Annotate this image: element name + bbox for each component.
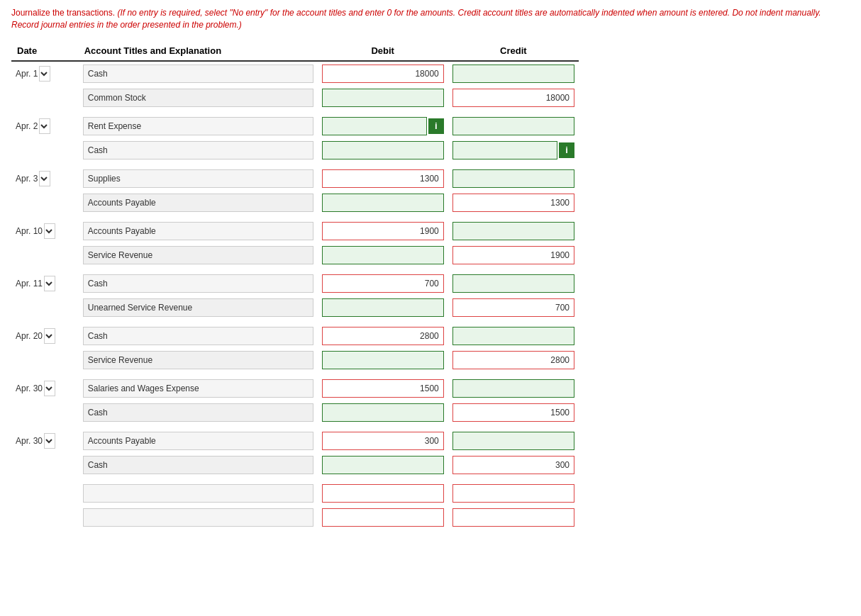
credit-input[interactable] xyxy=(452,169,574,188)
credit-info-button[interactable]: i xyxy=(559,142,574,158)
credit-input[interactable] xyxy=(452,298,574,317)
account-input[interactable] xyxy=(83,379,313,398)
credit-input[interactable] xyxy=(452,141,557,159)
table-row xyxy=(11,401,579,425)
account-input[interactable] xyxy=(83,403,313,422)
credit-input[interactable] xyxy=(452,274,574,293)
instructions-prefix: Journalize the transactions. xyxy=(11,8,115,18)
account-input[interactable] xyxy=(83,456,313,474)
account-cell xyxy=(79,243,318,267)
table-row: Apr. 2▼i xyxy=(11,114,579,138)
date-cell xyxy=(11,296,79,320)
credit-input[interactable] xyxy=(452,222,574,240)
date-cell: Apr. 10▼ xyxy=(11,219,79,243)
date-label: Apr. 30 xyxy=(16,383,43,393)
debit-input[interactable] xyxy=(322,484,444,503)
date-cell xyxy=(11,348,79,372)
header-credit: Credit xyxy=(448,41,579,61)
date-dropdown[interactable]: ▼ xyxy=(44,328,55,344)
debit-input[interactable] xyxy=(322,117,427,135)
credit-input[interactable] xyxy=(452,65,574,83)
credit-cell xyxy=(448,271,579,296)
credit-input[interactable] xyxy=(452,432,574,450)
credit-input[interactable] xyxy=(452,379,574,398)
table-row: Apr. 3▼ xyxy=(11,167,579,191)
credit-cell xyxy=(448,348,579,372)
account-input[interactable] xyxy=(83,246,313,264)
account-input[interactable] xyxy=(83,194,313,212)
debit-cell xyxy=(318,243,448,267)
date-dropdown[interactable]: ▼ xyxy=(39,171,50,186)
account-input[interactable] xyxy=(83,351,313,369)
date-label: Apr. 11 xyxy=(16,279,43,289)
credit-input[interactable] xyxy=(452,246,574,264)
date-dropdown[interactable]: ▼ xyxy=(44,223,55,239)
credit-input[interactable] xyxy=(452,351,574,369)
account-input[interactable] xyxy=(83,327,313,345)
debit-input[interactable] xyxy=(322,274,444,293)
debit-cell xyxy=(318,429,448,453)
debit-info-button[interactable]: i xyxy=(428,118,444,134)
account-input[interactable] xyxy=(83,432,313,450)
debit-input[interactable] xyxy=(322,141,444,159)
account-cell xyxy=(79,324,318,348)
account-input[interactable] xyxy=(83,274,313,293)
account-input[interactable] xyxy=(83,169,313,188)
credit-input[interactable] xyxy=(452,403,574,422)
account-cell xyxy=(79,296,318,320)
account-input[interactable] xyxy=(83,141,313,159)
header-account: Account Titles and Explanation xyxy=(79,41,318,61)
date-cell xyxy=(11,138,79,162)
debit-cell xyxy=(318,61,448,86)
account-cell xyxy=(79,86,318,110)
debit-input[interactable] xyxy=(322,327,444,345)
date-dropdown[interactable]: ▼ xyxy=(44,381,55,396)
debit-input[interactable] xyxy=(322,508,444,527)
table-row xyxy=(11,243,579,267)
debit-input[interactable] xyxy=(322,246,444,264)
date-cell xyxy=(11,505,79,530)
debit-input[interactable] xyxy=(322,89,444,107)
account-cell xyxy=(79,167,318,191)
debit-input[interactable] xyxy=(322,65,444,83)
header-date: Date xyxy=(11,41,79,61)
debit-cell xyxy=(318,376,448,401)
credit-cell xyxy=(448,191,579,215)
account-input[interactable] xyxy=(83,484,313,503)
debit-input[interactable] xyxy=(322,222,444,240)
table-row xyxy=(11,86,579,110)
account-cell xyxy=(79,271,318,296)
debit-input[interactable] xyxy=(322,169,444,188)
account-cell xyxy=(79,453,318,477)
credit-input[interactable] xyxy=(452,508,574,527)
table-row xyxy=(11,191,579,215)
credit-input[interactable] xyxy=(452,327,574,345)
debit-input[interactable] xyxy=(322,432,444,450)
date-dropdown[interactable]: ▼ xyxy=(44,276,55,291)
debit-input[interactable] xyxy=(322,379,444,398)
credit-input[interactable] xyxy=(452,194,574,212)
account-input[interactable] xyxy=(83,298,313,317)
date-dropdown[interactable]: ▼ xyxy=(39,66,50,82)
credit-cell xyxy=(448,167,579,191)
date-dropdown[interactable]: ▼ xyxy=(39,118,50,134)
debit-input[interactable] xyxy=(322,351,444,369)
table-row: Apr. 30▼ xyxy=(11,429,579,453)
date-dropdown[interactable]: ▼ xyxy=(44,433,55,449)
date-cell xyxy=(11,401,79,425)
credit-input[interactable] xyxy=(452,117,574,135)
account-input[interactable] xyxy=(83,222,313,240)
debit-cell xyxy=(318,401,448,425)
account-input[interactable] xyxy=(83,89,313,107)
debit-input[interactable] xyxy=(322,403,444,422)
credit-input[interactable] xyxy=(452,456,574,474)
debit-input[interactable] xyxy=(322,298,444,317)
debit-input[interactable] xyxy=(322,194,444,212)
account-input[interactable] xyxy=(83,117,313,135)
credit-input[interactable] xyxy=(452,484,574,503)
credit-input[interactable] xyxy=(452,89,574,107)
debit-input[interactable] xyxy=(322,456,444,474)
account-input[interactable] xyxy=(83,65,313,83)
debit-cell xyxy=(318,348,448,372)
account-input[interactable] xyxy=(83,508,313,527)
